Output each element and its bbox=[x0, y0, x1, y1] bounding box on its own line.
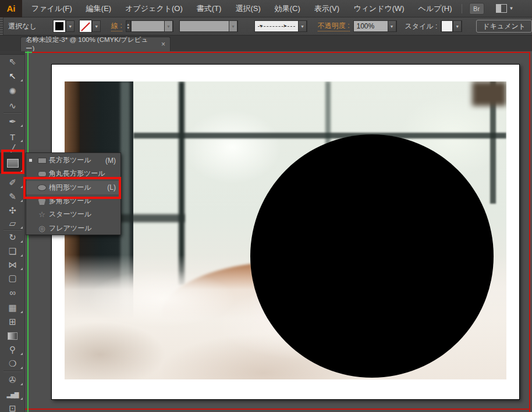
chevron-down-icon: ▼ bbox=[166, 24, 171, 29]
scale-icon: ❏ bbox=[9, 246, 16, 257]
chevron-down-icon: ▼ bbox=[455, 24, 459, 29]
menu-type[interactable]: 書式(T) bbox=[197, 3, 222, 14]
symbol-sprayer-icon: ✇ bbox=[9, 375, 16, 385]
menu-items: ファイル(F) 編集(E) オブジェクト(O) 書式(T) 選択(S) 効果(C… bbox=[22, 3, 452, 14]
perspective-grid-tool[interactable]: ▦ bbox=[0, 301, 25, 315]
pen-tool[interactable]: ✒ bbox=[0, 115, 25, 129]
flyout-item-star-tool[interactable]: ☆ スターツール bbox=[26, 208, 120, 221]
selection-tool[interactable]: ⇖ bbox=[0, 55, 25, 69]
document-tab-title: 名称未設定-3* @ 100% (CMYK/プレビュー) bbox=[26, 35, 157, 53]
photo-window-mullion bbox=[133, 133, 506, 138]
menu-effect[interactable]: 効果(C) bbox=[275, 3, 300, 14]
bridge-button[interactable]: Br bbox=[469, 3, 484, 15]
fill-color-swatch[interactable] bbox=[53, 20, 66, 33]
canvas-red-border-right bbox=[529, 52, 530, 412]
flyout-item-label: スターツール bbox=[49, 209, 120, 219]
eyedropper-icon: ⚲ bbox=[9, 344, 16, 355]
opacity-panel-link[interactable]: 不透明度 : bbox=[318, 21, 350, 31]
document-setup-button[interactable]: ドキュメント bbox=[476, 20, 532, 33]
artboard-tool[interactable]: ⊡ bbox=[0, 402, 25, 412]
opacity-value: 100% bbox=[354, 21, 388, 31]
type-icon: T bbox=[10, 132, 15, 142]
eyedropper-tool[interactable]: ⚲ bbox=[0, 343, 25, 357]
menu-select[interactable]: 選択(S) bbox=[235, 3, 260, 14]
pen-nib-icon: ✒ bbox=[9, 116, 16, 127]
basic-brush-preview bbox=[258, 26, 295, 27]
width-tool[interactable]: ⋈ bbox=[0, 258, 25, 272]
scale-tool[interactable]: ❏ bbox=[0, 244, 25, 258]
width-profile-select[interactable]: ▼ bbox=[179, 20, 238, 32]
menu-window[interactable]: ウィンドウ(W) bbox=[353, 3, 404, 14]
pencil-icon: ✎ bbox=[9, 191, 16, 202]
shape-builder-icon: ∞ bbox=[9, 287, 16, 297]
shape-builder-tool[interactable]: ∞ bbox=[0, 285, 25, 299]
style-label: スタイル : bbox=[405, 22, 438, 31]
brush-definition-select[interactable]: ▼ bbox=[254, 20, 307, 32]
menu-help[interactable]: ヘルプ(H) bbox=[418, 3, 452, 14]
menu-view[interactable]: 表示(V) bbox=[314, 3, 339, 14]
stroke-panel-link[interactable]: 線 : bbox=[111, 21, 122, 31]
pencil-tool[interactable]: ✎ bbox=[0, 190, 25, 204]
magic-wand-tool[interactable]: ✺ bbox=[0, 84, 25, 98]
style-select[interactable]: ▼ bbox=[441, 20, 462, 32]
opacity-select[interactable]: 100% ▼ bbox=[353, 20, 397, 32]
rotate-tool[interactable]: ↻ bbox=[0, 230, 25, 244]
document-tab-bar: 名称未設定-3* @ 100% (CMYK/プレビュー) × bbox=[0, 35, 532, 51]
chevron-down-icon: ▼ bbox=[231, 24, 235, 29]
fill-color-dropdown[interactable]: ▼ bbox=[66, 20, 75, 32]
flyout-item-rectangle-tool[interactable]: 長方形ツール (M) bbox=[26, 154, 120, 167]
column-graph-tool[interactable]: ▂▅▇ bbox=[0, 388, 25, 402]
workspace-switcher-button[interactable]: ▼ bbox=[496, 4, 514, 13]
gradient-icon bbox=[8, 332, 17, 340]
annotation-box-ellipse-item bbox=[23, 177, 121, 199]
drawn-ellipse-object[interactable] bbox=[250, 134, 494, 378]
rotate-icon: ↻ bbox=[9, 232, 16, 243]
flyout-item-flare-tool[interactable]: ◎ フレアツール bbox=[26, 221, 120, 235]
stroke-weight-stepper[interactable]: ▲ ▼ bbox=[126, 20, 131, 32]
direct-selection-tool[interactable]: ↖ bbox=[0, 69, 25, 83]
menubar-separator bbox=[462, 4, 462, 13]
blob-brush-tool[interactable]: ✣ bbox=[0, 204, 25, 218]
eraser-icon: ▱ bbox=[9, 218, 16, 229]
blend-tool[interactable]: ❍ bbox=[0, 357, 25, 371]
star-icon: ☆ bbox=[35, 210, 49, 219]
toolbar-separator bbox=[3, 371, 22, 371]
tools-panel: ⇖ ↖ ✺ ∿ ✒ T ╱ ✐ ✎ ✣ ▱ ↻ ❏ ⋈ ▢ ∞ ▦ ⊞ ⚲ ❍ … bbox=[0, 51, 25, 412]
stroke-weight-select[interactable]: ▼ bbox=[131, 20, 173, 32]
chevron-down-icon: ▼ bbox=[300, 24, 304, 29]
symbol-sprayer-tool[interactable]: ✇ bbox=[0, 373, 25, 387]
rectangle-icon bbox=[38, 158, 47, 164]
app-logo: Ai bbox=[0, 0, 22, 17]
type-tool[interactable]: T bbox=[0, 130, 25, 144]
toolbar-separator bbox=[3, 112, 22, 113]
illustrator-window: Ai ファイル(F) 編集(E) オブジェクト(O) 書式(T) 選択(S) 効… bbox=[0, 0, 532, 412]
stroke-color-dropdown[interactable]: ▼ bbox=[92, 20, 101, 32]
free-transform-icon: ▢ bbox=[8, 273, 16, 283]
workspace-layout-icon bbox=[496, 4, 507, 13]
style-swatch bbox=[441, 20, 453, 32]
flyout-item-shortcut: (M) bbox=[105, 157, 116, 165]
column-graph-icon: ▂▅▇ bbox=[6, 392, 18, 398]
fill-color-control: ▼ bbox=[53, 20, 75, 33]
menu-object[interactable]: オブジェクト(O) bbox=[125, 3, 183, 14]
magic-wand-icon: ✺ bbox=[9, 86, 16, 97]
chevron-down-icon: ▼ bbox=[390, 24, 394, 29]
lasso-tool[interactable]: ∿ bbox=[0, 99, 25, 113]
menu-edit[interactable]: 編集(E) bbox=[86, 3, 111, 14]
menu-file[interactable]: ファイル(F) bbox=[31, 3, 72, 14]
close-icon[interactable]: × bbox=[161, 40, 165, 48]
origin-marker-icon bbox=[25, 52, 32, 53]
stroke-color-swatch[interactable] bbox=[79, 20, 92, 33]
document-tab[interactable]: 名称未設定-3* @ 100% (CMYK/プレビュー) × bbox=[20, 37, 171, 51]
free-transform-tool[interactable]: ▢ bbox=[0, 271, 25, 285]
eraser-tool[interactable]: ▱ bbox=[0, 216, 25, 230]
mesh-tool[interactable]: ⊞ bbox=[0, 315, 25, 329]
canvas-red-border-top bbox=[25, 52, 530, 53]
width-tool-icon: ⋈ bbox=[8, 260, 17, 270]
annotation-box-rectangle-tool bbox=[1, 150, 24, 174]
perspective-grid-icon: ▦ bbox=[8, 303, 16, 313]
gradient-tool[interactable] bbox=[0, 329, 25, 343]
chevron-down-icon: ▼ bbox=[509, 6, 514, 11]
paintbrush-tool[interactable]: ✐ bbox=[0, 176, 25, 190]
panel-gripper[interactable] bbox=[0, 17, 3, 35]
